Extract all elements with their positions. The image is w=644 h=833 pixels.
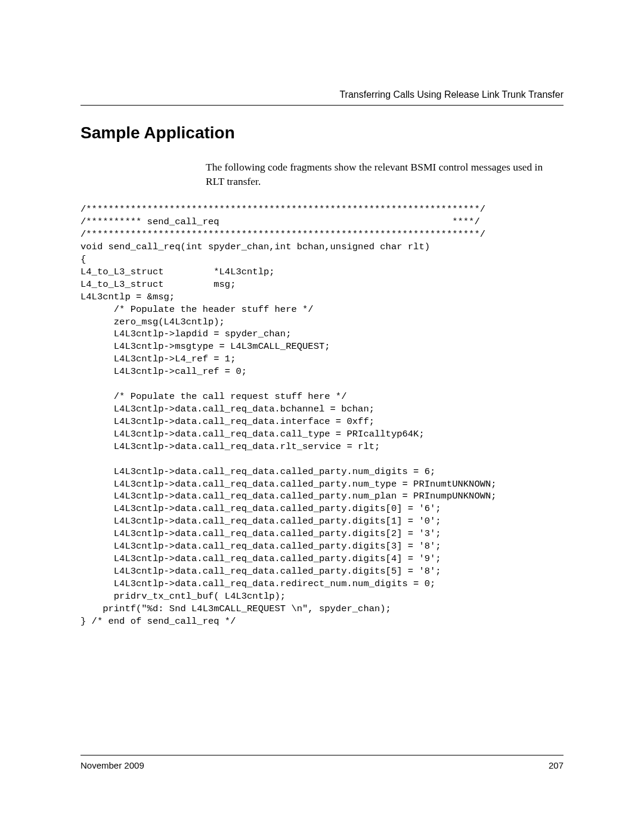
header-rule bbox=[80, 105, 564, 106]
running-header: Transferring Calls Using Release Link Tr… bbox=[80, 89, 564, 100]
intro-paragraph: The following code fragments show the re… bbox=[80, 160, 564, 188]
code-listing: /***************************************… bbox=[80, 203, 564, 627]
footer-rule bbox=[80, 755, 564, 755]
footer-date: November 2009 bbox=[80, 760, 144, 770]
page-footer: November 2009 207 bbox=[80, 755, 564, 770]
page: Transferring Calls Using Release Link Tr… bbox=[0, 0, 644, 833]
section-title: Sample Application bbox=[80, 123, 564, 143]
footer-row: November 2009 207 bbox=[80, 760, 564, 770]
footer-page-number: 207 bbox=[549, 760, 564, 770]
